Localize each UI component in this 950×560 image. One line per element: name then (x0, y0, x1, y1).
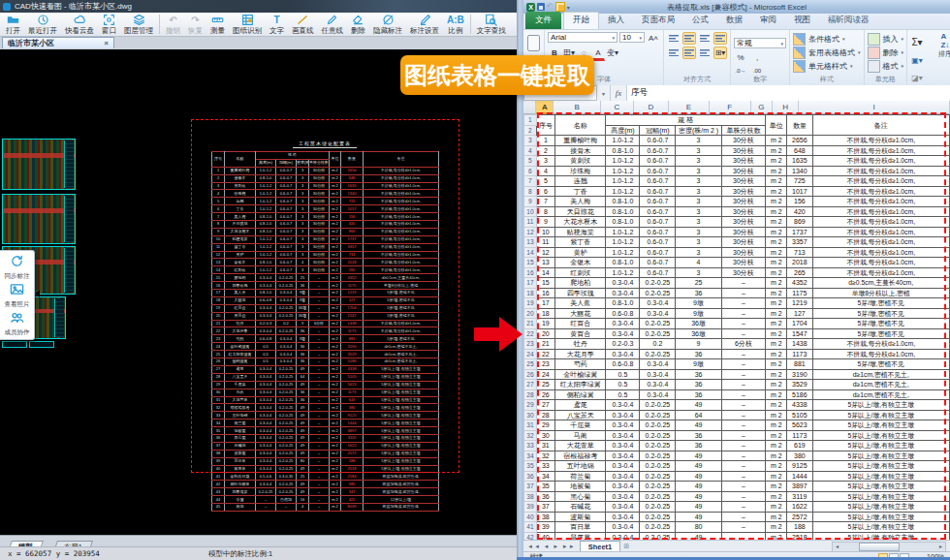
row-header[interactable]: 30 (524, 410, 537, 420)
ribbon-tab-2[interactable]: 插入 (599, 13, 633, 29)
cell[interactable]: 36墩 (676, 319, 721, 329)
cell[interactable]: 黄栌 (554, 247, 605, 258)
cell[interactable]: 金叶榆绿篱 (554, 369, 605, 380)
header-cell[interactable]: 数量 (787, 115, 812, 136)
number-format-select[interactable]: 常规▾ (734, 38, 786, 48)
row-header[interactable]: 7 (524, 176, 537, 187)
cell[interactable]: m 2 (766, 400, 787, 411)
cell[interactable]: 80 (676, 522, 721, 533)
insert-cells-button[interactable]: 插入▾ (868, 32, 904, 46)
cell[interactable]: 5芽以上/墩,有独立主墩 (812, 502, 950, 513)
cell[interactable]: 0.8-1.0 (606, 258, 640, 268)
delete-cells-button[interactable]: 删除▾ (868, 46, 904, 59)
cell[interactable]: 0.3-0.4 (606, 461, 640, 472)
cell[interactable]: 1.0-1.2 (606, 227, 640, 237)
cell[interactable]: – (721, 410, 765, 420)
cell[interactable]: 0.3-0.4 (606, 512, 640, 522)
panel-view-photos[interactable]: 查看照片 (5, 282, 30, 308)
align-top-icon[interactable] (667, 32, 681, 45)
cell[interactable]: – (721, 308, 765, 319)
cell[interactable]: m 2 (766, 176, 787, 187)
cell[interactable]: 3 (676, 206, 721, 217)
cell[interactable]: 20 (536, 328, 554, 339)
cell[interactable]: 芍药 (554, 359, 605, 370)
header-cell[interactable]: 规 格 (606, 115, 766, 126)
cell[interactable]: 3 (676, 267, 721, 278)
row-header[interactable]: 42 (524, 532, 537, 540)
cell[interactable]: 23 (536, 359, 554, 370)
cell[interactable]: 0.2-0.25 (640, 328, 676, 339)
cell[interactable]: 3529 (787, 380, 812, 390)
cell[interactable]: 11 (536, 237, 554, 248)
grow-font-icon[interactable]: A˄ (647, 32, 660, 45)
cell[interactable]: 30分枝 (721, 145, 765, 156)
cell[interactable]: 0.8-1.0 (606, 206, 640, 217)
row-header[interactable]: 22 (524, 328, 537, 339)
select-all-corner[interactable] (523, 101, 536, 114)
cell[interactable]: m 2 (766, 267, 787, 278)
row-header[interactable]: 34 (524, 451, 537, 461)
cell[interactable]: 4352 (787, 278, 812, 289)
row-header[interactable]: 5 (524, 156, 537, 167)
header-cell[interactable]: 冠幅(m) (640, 125, 676, 136)
cell[interactable]: 9墩 (676, 359, 721, 370)
cell[interactable]: 1.0-1.2 (606, 267, 640, 278)
cell[interactable]: m 2 (766, 156, 787, 167)
cell[interactable]: 0.3-0.4 (606, 400, 640, 411)
cell[interactable]: 1622 (787, 502, 812, 513)
cell[interactable]: 1547 (787, 328, 812, 339)
cell[interactable]: m 2 (766, 237, 787, 248)
cell[interactable]: 3357 (787, 237, 812, 248)
cell[interactable]: 0.6-0.8 (606, 308, 640, 319)
row-header[interactable]: 39 (524, 502, 537, 513)
cell[interactable]: 0.3-0.4 (606, 502, 640, 513)
cell[interactable]: 5芽/墩,密植不见 (812, 298, 950, 309)
cell[interactable]: 5芽/墩,密植不见 (812, 328, 950, 339)
cell[interactable]: m 2 (766, 308, 787, 319)
row-header[interactable]: 40 (524, 512, 537, 522)
cell[interactable]: m 2 (766, 288, 787, 298)
cell[interactable]: 1704 (787, 319, 812, 329)
cell[interactable]: 0.3-0.4 (606, 532, 640, 540)
column-header-B[interactable]: B (554, 101, 601, 114)
cell[interactable]: 36 (536, 491, 554, 502)
cell[interactable]: – (721, 512, 765, 522)
cell[interactable]: 0.8-1.0 (606, 145, 640, 156)
cell-styles-button[interactable]: 单元格样式▾ (793, 59, 861, 73)
cell[interactable]: 连翘 (554, 176, 605, 187)
cell[interactable]: 0.2-0.3 (606, 339, 640, 350)
cell[interactable]: 1737 (787, 227, 812, 237)
cell[interactable]: – (721, 319, 765, 329)
cell[interactable]: m 2 (766, 258, 787, 268)
cell[interactable]: 49 (676, 502, 721, 513)
cell[interactable]: 14 (536, 267, 554, 278)
scroll-right-icon[interactable]: ► (936, 544, 945, 549)
cell[interactable]: 5芽以上/墩,有独立主墩 (812, 400, 950, 411)
toolbar-layer-manage[interactable]: 图层管理 (120, 13, 157, 36)
cell[interactable]: 5芽/墩,密植不见 (812, 319, 950, 329)
cell[interactable]: 30分枝 (721, 227, 765, 237)
cell[interactable]: 5芽以上/墩,有独立主墩 (812, 461, 950, 472)
cell[interactable]: 0.2-0.25 (640, 430, 676, 441)
cell[interactable]: 0.2-0.25 (640, 451, 676, 461)
row-header[interactable]: 14 (524, 247, 537, 258)
toolbar-hide-annotation[interactable]: 隐藏标注 (369, 13, 406, 36)
cell[interactable]: 21 (536, 339, 554, 350)
name-box-dropdown-icon[interactable]: ▾ (597, 85, 611, 101)
formula-content[interactable]: 序号 (627, 85, 950, 101)
cell[interactable]: 13 (536, 258, 554, 268)
cell[interactable]: 0.5 (606, 389, 640, 400)
cell[interactable]: 0.3-0.4 (606, 430, 640, 441)
cell[interactable]: 0.3-0.4 (640, 308, 676, 319)
cell[interactable]: d≥1cm,密植不见土, (812, 389, 950, 400)
cell[interactable]: 22 (536, 349, 554, 359)
cell[interactable]: 0.6-0.7 (640, 145, 676, 156)
cell[interactable]: 725 (787, 176, 812, 187)
ribbon-tab-7[interactable]: 视图 (785, 13, 819, 29)
cell[interactable]: 5芽/墩,密植不见 (812, 359, 950, 370)
cell[interactable]: – (721, 369, 765, 380)
fill-button[interactable]: ▣▾ (910, 54, 924, 67)
cell[interactable]: 0.6-0.7 (640, 156, 676, 167)
cell[interactable]: 0.6-0.7 (640, 217, 676, 228)
cell[interactable]: 1.0-1.2 (606, 156, 640, 167)
